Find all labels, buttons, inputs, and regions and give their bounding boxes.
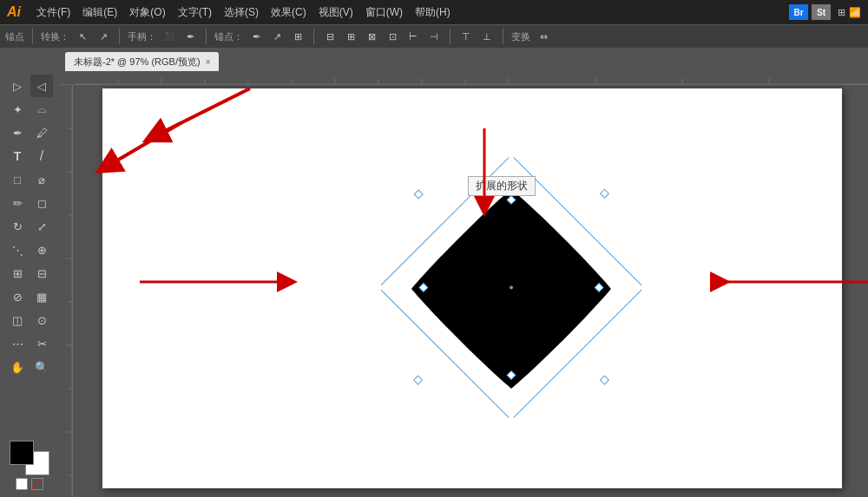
- options-bar: 锚点 转换： ↖ ↗ 手柄： ⬛ ✒ 锚点： ✒ ↗ ⊞ ⊟ ⊞ ⊠ ⊡ ⊢ ⊣…: [0, 24, 868, 49]
- menu-object[interactable]: 对象(O): [124, 3, 170, 22]
- svg-rect-31: [507, 370, 516, 379]
- menu-effect[interactable]: 效果(C): [266, 3, 312, 22]
- grid-icon[interactable]: ⊞: [838, 7, 845, 18]
- shape-container[interactable]: [381, 159, 641, 419]
- eyedropper-tool[interactable]: ⊙: [30, 309, 53, 331]
- handle-icon-2[interactable]: ✒: [182, 29, 198, 44]
- mesh-tool[interactable]: ⊟: [30, 262, 53, 284]
- paintbrush-tool[interactable]: ⌀: [30, 168, 53, 191]
- curvature-tool[interactable]: 🖊: [30, 121, 53, 144]
- ruler-left: [59, 85, 73, 497]
- magic-wand-tool[interactable]: ✦: [6, 98, 29, 121]
- free-transform-tool[interactable]: ⊕: [30, 239, 53, 261]
- tool-row-11: ◫ ⊙: [2, 309, 57, 331]
- rotate-tool[interactable]: ↻: [6, 215, 29, 238]
- selection-container: [381, 157, 641, 420]
- toolbar: ▷ ◁ ✦ ⌓ ✒ 🖊 T / □ ⌀ ✏ ◻ ↻ ⤢ ⋱ ⊕: [0, 71, 59, 497]
- sep3: [206, 29, 207, 44]
- sep6: [503, 29, 503, 44]
- menu-view[interactable]: 视图(V): [313, 3, 358, 22]
- tool-row-4: T /: [2, 145, 57, 167]
- line-tool[interactable]: /: [30, 145, 53, 167]
- arrow-left: [140, 265, 313, 299]
- transform-label-2: 变换: [511, 30, 530, 43]
- menu-help[interactable]: 帮助(H): [410, 3, 456, 22]
- type-tool[interactable]: T: [6, 145, 29, 167]
- gradient-tool[interactable]: ◫: [6, 309, 29, 331]
- eraser-tool[interactable]: ◻: [30, 192, 53, 214]
- handle-icon[interactable]: ⬛: [161, 29, 177, 44]
- tool-row-10: ⊘ ▦: [2, 285, 57, 308]
- hand-tool[interactable]: ✋: [6, 356, 29, 378]
- pencil-tool[interactable]: ✏: [6, 192, 29, 214]
- svg-rect-29: [414, 376, 423, 384]
- align-icon-6[interactable]: ⊣: [426, 29, 442, 44]
- menu-file[interactable]: 文件(F): [31, 3, 76, 22]
- scale-tool[interactable]: ⤢: [30, 215, 53, 238]
- menu-window[interactable]: 窗口(W): [360, 3, 408, 22]
- ruler-top-svg: [75, 71, 868, 85]
- graph-tool[interactable]: ▦: [30, 285, 53, 308]
- tooltip-text: 扩展的形状: [476, 180, 528, 192]
- sep2: [119, 29, 120, 44]
- align-icon-3[interactable]: ⊠: [364, 29, 379, 44]
- canvas-area[interactable]: nem.com: [59, 71, 868, 497]
- sep4: [313, 29, 314, 44]
- menu-edit[interactable]: 编辑(E): [77, 3, 122, 22]
- title-bar: Ai 文件(F) 编辑(E) 对象(O) 文字(T) 选择(S) 效果(C) 视…: [0, 0, 868, 24]
- sep1: [32, 29, 33, 44]
- anchor-icon-2[interactable]: ↗: [269, 29, 285, 44]
- tab-bar: 未标题-2* @ 97% (RGB/预览) ×: [0, 49, 868, 71]
- align-icon-1[interactable]: ⊟: [322, 29, 338, 44]
- menu-text[interactable]: 文字(T): [173, 3, 217, 22]
- dist-icon-2[interactable]: ⊥: [479, 29, 495, 44]
- svg-rect-30: [414, 190, 423, 199]
- menu-select[interactable]: 选择(S): [219, 3, 264, 22]
- pen-tool[interactable]: ✒: [6, 121, 29, 144]
- foreground-color-swatch[interactable]: [10, 441, 34, 465]
- anchor-point-label: 锚点：: [214, 30, 243, 43]
- transform-icon-2[interactable]: ↗: [95, 29, 111, 44]
- none-swatch[interactable]: [31, 478, 43, 490]
- anchor-label: 锚点: [5, 30, 24, 43]
- rect-tool[interactable]: □: [6, 168, 29, 191]
- sep5: [450, 29, 450, 44]
- color-swatches[interactable]: [10, 441, 49, 475]
- lasso-tool[interactable]: ⌓: [30, 98, 53, 121]
- dist-icon-1[interactable]: ⊤: [458, 29, 474, 44]
- color-area: [2, 437, 57, 494]
- mini-swatch-white[interactable]: [16, 478, 28, 490]
- blend-tool[interactable]: ⋯: [6, 332, 29, 355]
- tool-row-2: ✦ ⌓: [2, 98, 57, 121]
- shape-builder-tool[interactable]: ⊘: [6, 285, 29, 308]
- tab-close-button[interactable]: ×: [206, 57, 211, 67]
- transform-icon-1[interactable]: ↖: [75, 29, 90, 44]
- tool-row-8: ⋱ ⊕: [2, 239, 57, 261]
- scissors-tool[interactable]: ✂: [30, 332, 53, 355]
- anchor-icon-1[interactable]: ✒: [248, 29, 264, 44]
- tool-row-9: ⊞ ⊟: [2, 262, 57, 284]
- tool-row-12: ⋯ ✂: [2, 332, 57, 355]
- svg-rect-27: [601, 189, 609, 198]
- selection-tool[interactable]: ▷: [6, 75, 29, 97]
- perspective-tool[interactable]: ⊞: [6, 262, 29, 284]
- align-icon-2[interactable]: ⊞: [343, 29, 358, 44]
- arrow-right: [660, 265, 868, 299]
- tab-title: 未标题-2* @ 97% (RGB/预览): [74, 56, 201, 69]
- zoom-tool[interactable]: 🔍: [30, 356, 53, 378]
- menu-bar: 文件(F) 编辑(E) 对象(O) 文字(T) 选择(S) 效果(C) 视图(V…: [31, 3, 456, 22]
- ruler-left-svg: [59, 85, 73, 497]
- warp-tool[interactable]: ⋱: [6, 239, 29, 261]
- align-icon-5[interactable]: ⊢: [405, 29, 421, 44]
- document-tab[interactable]: 未标题-2* @ 97% (RGB/预览) ×: [65, 52, 219, 71]
- tool-row-3: ✒ 🖊: [2, 121, 57, 144]
- tooltip-box: 扩展的形状: [468, 176, 536, 196]
- more-icon[interactable]: ⇔: [536, 29, 551, 44]
- anchor-icon-3[interactable]: ⊞: [290, 29, 306, 44]
- bridge-icon[interactable]: Br: [789, 4, 808, 20]
- direct-selection-tool[interactable]: ◁: [30, 75, 53, 97]
- align-icon-4[interactable]: ⊡: [385, 29, 400, 44]
- app-logo: Ai: [7, 4, 21, 20]
- artboard[interactable]: nem.com: [102, 88, 842, 488]
- stock-icon[interactable]: St: [812, 4, 831, 20]
